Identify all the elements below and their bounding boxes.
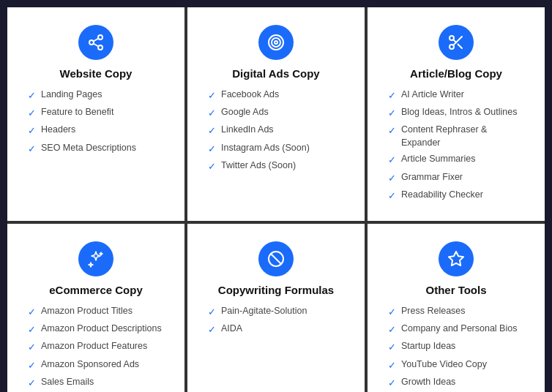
check-icon: ✓ xyxy=(388,323,396,336)
card-list-copywriting-formulas: ✓ Pain-Agitate-Solution ✓ AIDA xyxy=(208,305,344,340)
check-icon: ✓ xyxy=(28,359,36,372)
list-item: ✓ Content Rephraser & Expander xyxy=(388,124,524,149)
list-item: ✓ LinkedIn Ads xyxy=(208,124,344,137)
check-icon: ✓ xyxy=(28,306,36,319)
card-digital-ads-copy: Digital Ads Copy ✓ Facebook Ads ✓ Google… xyxy=(187,7,365,221)
item-label: Amazon Sponsored Ads xyxy=(41,358,139,372)
item-label: Facebook Ads xyxy=(221,88,279,102)
item-label: YouTube Video Copy xyxy=(401,358,487,372)
card-icon-wrap xyxy=(388,241,524,276)
check-icon: ✓ xyxy=(28,341,36,354)
list-item: ✓ Facebook Ads xyxy=(208,88,344,102)
check-icon: ✓ xyxy=(28,89,36,102)
item-label: Twitter Ads (Soon) xyxy=(221,159,296,173)
item-label: Blog Ideas, Intros & Outlines xyxy=(401,106,517,119)
list-item: ✓ Twitter Ads (Soon) xyxy=(208,159,344,173)
check-icon: ✓ xyxy=(208,323,216,336)
list-item: ✓ Feature to Benefit xyxy=(28,106,164,120)
check-icon: ✓ xyxy=(388,341,396,354)
target-icon xyxy=(258,25,294,60)
check-icon: ✓ xyxy=(28,107,36,120)
check-icon: ✓ xyxy=(208,107,216,120)
list-item: ✓ AI Article Writer xyxy=(388,88,524,102)
sparkles-icon xyxy=(78,241,113,276)
svg-line-14 xyxy=(271,254,281,264)
list-item: ✓ Startup Ideas xyxy=(388,340,524,354)
card-ecommerce-copy: eCommerce Copy ✓ Amazon Product Titles ✓… xyxy=(7,224,184,392)
item-label: LinkedIn Ads xyxy=(221,124,274,137)
list-item: ✓ Growth Ideas xyxy=(388,376,524,390)
card-list-ecommerce-copy: ✓ Amazon Product Titles ✓ Amazon Product… xyxy=(28,305,164,392)
list-item: ✓ YouTube Video Copy xyxy=(388,358,524,372)
check-icon: ✓ xyxy=(208,306,216,319)
list-item: ✓ AIDA xyxy=(208,323,344,336)
check-icon: ✓ xyxy=(208,89,216,102)
list-item: ✓ SEO Meta Descriptions xyxy=(28,142,164,156)
list-item: ✓ Amazon Sponsored Ads xyxy=(28,358,164,372)
item-label: Startup Ideas xyxy=(401,340,455,353)
check-icon: ✓ xyxy=(388,306,396,319)
card-title-copywriting-formulas: Copywriting Formulas xyxy=(208,284,344,296)
item-label: Company and Personal Bios xyxy=(401,323,517,336)
star-icon xyxy=(439,241,474,276)
list-item: ✓ Grammar Fixer xyxy=(388,171,524,185)
list-item: ✓ Blog Ideas, Intros & Outlines xyxy=(388,106,524,120)
check-icon: ✓ xyxy=(388,172,396,185)
list-item: ✓ Sales Emails xyxy=(28,376,164,390)
card-icon-wrap xyxy=(28,241,164,276)
card-title-ecommerce-copy: eCommerce Copy xyxy=(28,284,164,296)
item-label: Google Ads xyxy=(221,106,269,119)
svg-point-7 xyxy=(275,41,277,44)
item-label: Landing Pages xyxy=(41,88,102,102)
card-title-other-tools: Other Tools xyxy=(388,284,524,296)
list-item: ✓ Google Ads xyxy=(208,106,344,120)
share-icon xyxy=(78,25,113,60)
list-item: ✓ Article Summaries xyxy=(388,153,524,167)
check-icon: ✓ xyxy=(388,189,396,203)
item-label: Article Summaries xyxy=(401,153,475,166)
list-item: ✓ Pain-Agitate-Solution xyxy=(208,305,344,319)
check-icon: ✓ xyxy=(388,377,396,390)
item-label: Press Releases xyxy=(401,305,466,318)
check-icon: ✓ xyxy=(388,359,396,372)
list-item: ✓ Headers xyxy=(28,124,164,137)
item-label: SEO Meta Descriptions xyxy=(41,142,136,155)
list-item: ✓ Landing Pages xyxy=(28,88,164,102)
scissors-icon xyxy=(439,25,474,60)
item-label: Grammar Fixer xyxy=(401,171,463,184)
check-icon: ✓ xyxy=(28,124,36,137)
item-label: Readability Checker xyxy=(401,189,483,202)
item-label: Amazon Product Descriptions xyxy=(41,323,162,336)
card-icon-wrap xyxy=(208,241,344,276)
card-title-digital-ads-copy: Digital Ads Copy xyxy=(208,67,344,80)
card-article-blog-copy: Article/Blog Copy ✓ AI Article Writer ✓ … xyxy=(368,7,545,221)
list-item: ✓ Instagram Ads (Soon) xyxy=(208,142,344,156)
card-website-copy: Website Copy ✓ Landing Pages ✓ Feature t… xyxy=(7,7,184,221)
card-list-website-copy: ✓ Landing Pages ✓ Feature to Benefit ✓ H… xyxy=(28,88,164,159)
check-icon: ✓ xyxy=(388,89,396,102)
check-icon: ✓ xyxy=(208,124,216,137)
card-icon-wrap xyxy=(388,25,524,60)
list-item: ✓ Amazon Product Titles xyxy=(28,305,164,319)
svg-line-3 xyxy=(94,44,99,47)
check-icon: ✓ xyxy=(388,107,396,120)
item-label: Amazon Product Features xyxy=(41,340,147,353)
item-label: Headers xyxy=(41,124,75,137)
check-icon: ✓ xyxy=(28,377,36,390)
card-icon-wrap xyxy=(208,25,344,60)
list-item: ✓ Press Releases xyxy=(388,305,524,319)
list-item: ✓ Amazon Product Descriptions xyxy=(28,323,164,336)
check-icon: ✓ xyxy=(388,124,396,137)
check-icon: ✓ xyxy=(28,323,36,336)
item-label: Sales Emails xyxy=(41,376,94,389)
check-icon: ✓ xyxy=(28,143,36,156)
item-label: Content Rephraser & Expander xyxy=(401,124,524,149)
item-label: Growth Ideas xyxy=(401,376,455,389)
item-label: Amazon Product Titles xyxy=(41,305,133,318)
item-label: AIDA xyxy=(221,323,242,336)
list-item: ✓ Amazon Product Features xyxy=(28,340,164,354)
card-title-article-blog-copy: Article/Blog Copy xyxy=(388,67,524,80)
svg-line-12 xyxy=(453,39,456,42)
check-icon: ✓ xyxy=(208,143,216,156)
svg-line-11 xyxy=(458,44,462,48)
